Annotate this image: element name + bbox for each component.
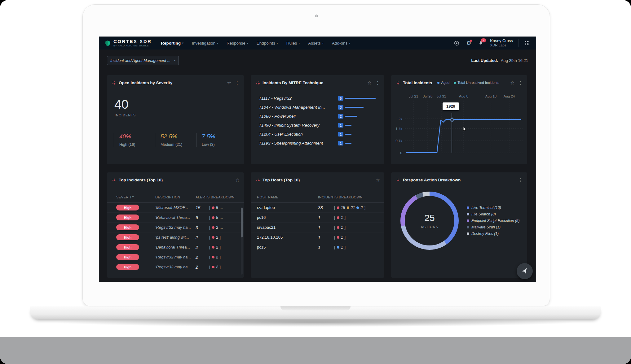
severity-badge: High xyxy=(116,224,139,230)
table-row[interactable]: High 'ps test' along wit... 2 [ 2 ] xyxy=(107,232,244,242)
dot-count: 2 xyxy=(216,245,218,249)
technique-label: T1086 - PowerShell xyxy=(259,114,338,119)
cortex-logo[interactable]: CORTEX XDR BY PALO ALTO NETWORKS xyxy=(104,39,152,47)
card-header: Top Incidents (Top 10) ☆ xyxy=(107,172,244,187)
card-incidents-by-mitre-technique: Incidents By MITRE Technique ☆ ⋮ T1117 -… xyxy=(251,75,384,164)
more-options-icon[interactable]: ⋮ xyxy=(235,80,240,85)
assistant-icon[interactable] xyxy=(453,40,460,46)
more-options-icon[interactable]: ⋮ xyxy=(518,80,523,85)
favorite-star-icon[interactable]: ☆ xyxy=(510,80,514,85)
notifications-bell-icon[interactable]: 4 xyxy=(477,40,484,46)
total-incidents-line-chart: Jul 21 Jul 26 Jul 31 Aug 8 Aug 18 Aug 24 xyxy=(391,90,527,163)
dot-count: 21 xyxy=(351,206,355,210)
actions-total: 25 xyxy=(424,213,435,223)
table-row[interactable]: pc16 1 [ 1 ] xyxy=(251,213,384,223)
favorite-star-icon[interactable]: ☆ xyxy=(368,80,372,85)
nav-item-addons[interactable]: Add-ons ▾ xyxy=(332,41,350,46)
top-nav: CORTEX XDR BY PALO ALTO NETWORKS Reporti… xyxy=(99,37,536,50)
mitre-technique-row[interactable]: T1086 - PowerShell 2 xyxy=(259,112,379,121)
host-name: pc15 xyxy=(257,245,318,249)
favorite-star-icon[interactable]: ☆ xyxy=(376,178,380,182)
technique-bar xyxy=(345,143,351,144)
incidents-breakdown: [ 1 ] xyxy=(334,225,380,230)
technique-label: T1047 - Windows Management In... xyxy=(259,105,338,110)
brand-subtitle: BY PALO ALTO NETWORKS xyxy=(113,44,152,47)
table-row[interactable]: High 'Behavioral Threa... 6 [ 5 ... xyxy=(107,213,244,223)
actions-total-label: ACTIONS xyxy=(421,225,438,229)
nav-item-response[interactable]: Response ▾ xyxy=(227,41,248,46)
line-chart-area[interactable]: Jul 21 Jul 26 Jul 31 Aug 8 Aug 18 Aug 24 xyxy=(391,90,527,163)
table-row[interactable]: srvapac21 1 [ 1 ] xyxy=(251,223,384,232)
bracket-open: [ xyxy=(209,225,210,230)
settings-gear-icon[interactable]: ⚙ xyxy=(465,40,472,46)
nav-item-reporting[interactable]: Reporting ▾ xyxy=(161,41,183,46)
app-launcher-grid-icon[interactable] xyxy=(524,40,531,46)
severity-stat-medium[interactable]: 52.5% Medium (21) xyxy=(155,133,196,147)
technique-label: T1204 - User Execution xyxy=(259,132,338,136)
table-row[interactable]: High 'Regsvr32 may ha... 2 [ 2 ] xyxy=(107,262,244,272)
nav-right-cluster: ⚙ 4 Kasey Cross XDR Labs xyxy=(453,39,531,47)
host-name: srvapac21 xyxy=(257,225,318,230)
user-org: XDR Labs xyxy=(490,43,513,47)
more-options-icon[interactable]: ⋮ xyxy=(375,80,380,85)
nav-item-endpoints[interactable]: Endpoints ▾ xyxy=(257,41,278,46)
bracket-suffix: ] xyxy=(220,235,221,240)
severity-dot xyxy=(212,216,214,219)
severity-dot xyxy=(347,206,349,209)
legend-item-unresolved[interactable]: Total Unresolved Incidents xyxy=(454,81,499,84)
mitre-technique-row[interactable]: T1204 - User Execution 1 xyxy=(259,130,379,139)
nav-item-rules[interactable]: Rules ▾ xyxy=(286,41,300,46)
legend-item[interactable]: Malware Scan (1) xyxy=(467,225,519,229)
scrollbar-thumb[interactable] xyxy=(241,208,243,237)
laptop-screen-bezel: CORTEX XDR BY PALO ALTO NETWORKS Reporti… xyxy=(82,4,550,306)
bracket-suffix: ... xyxy=(220,225,223,230)
card-title: Open Incidents by Severity xyxy=(119,80,172,85)
nav-item-assets[interactable]: Assets ▾ xyxy=(308,41,324,46)
desk-surface xyxy=(0,337,631,364)
scrollbar-track[interactable] xyxy=(241,207,243,275)
table-row[interactable]: High 'Microsoft MSOF... 15 [ 5 ... xyxy=(107,203,244,213)
bracket-suffix: ... xyxy=(220,205,223,210)
table-row[interactable]: High 'Regsvr32 may ha... 2 [ 2 ] xyxy=(107,252,244,262)
response-donut-chart[interactable]: 25 ACTIONS xyxy=(400,192,459,250)
severity-stat-low[interactable]: 7.5% Low (3) xyxy=(196,133,237,147)
bracket-suffix: ] xyxy=(345,215,346,220)
dot-count: 1 xyxy=(341,235,343,240)
nav-item-investigation[interactable]: Investigation ▾ xyxy=(192,41,218,46)
mitre-technique-row[interactable]: T1117 - Regsvr32 5 xyxy=(259,94,379,103)
favorite-star-icon[interactable]: ☆ xyxy=(236,178,240,182)
table-row[interactable]: rza-laptop 38 [ 15 21 2 ] xyxy=(251,203,384,213)
bracket-open: [ xyxy=(334,215,335,220)
more-options-icon[interactable]: ⋮ xyxy=(518,178,523,182)
user-menu[interactable]: Kasey Cross XDR Labs xyxy=(490,39,513,47)
favorite-star-icon[interactable]: ☆ xyxy=(227,80,231,85)
legend-item[interactable]: Live Terminal (10) xyxy=(467,206,519,210)
alerts-breakdown: [ 5 ... xyxy=(209,205,240,210)
severity-breakdown: 40% High (16) 52.5% Medium (21) 7.5% Low… xyxy=(114,133,244,147)
table-row[interactable]: High 'Behavioral Threa... 2 [ 2 ] xyxy=(107,242,244,252)
incident-count: 1 xyxy=(318,225,334,230)
nav-item-label: Reporting xyxy=(161,41,181,46)
last-updated-label: Last Updated: xyxy=(471,58,498,63)
mitre-technique-row[interactable]: T1490 - Inhibit System Recovery 1 xyxy=(259,121,379,130)
technique-label: T1193 - Spearphishing Attachment xyxy=(259,141,338,145)
legend-item-aged[interactable]: Aged xyxy=(437,81,449,84)
severity-dot xyxy=(212,236,214,239)
legend-item[interactable]: File Search (8) xyxy=(467,212,519,216)
severity-badge: High xyxy=(116,234,139,240)
page-background: CORTEX XDR BY PALO ALTO NETWORKS Reporti… xyxy=(0,0,631,364)
mitre-technique-row[interactable]: T1047 - Windows Management In... 3 xyxy=(259,103,379,112)
quick-launch-fab[interactable] xyxy=(517,263,533,279)
legend-item[interactable]: Endpoint Script Execution (5) xyxy=(467,219,519,223)
table-row[interactable]: pc15 1 [ 1 ] xyxy=(251,242,384,252)
dashboard-selector[interactable]: Incident and Agent Management ... ▾ xyxy=(107,56,179,65)
table-row[interactable]: High 'Regsvr32 may ha... 3 [ 2 ... xyxy=(107,223,244,232)
mitre-technique-row[interactable]: T1193 - Spearphishing Attachment 1 xyxy=(259,139,379,148)
last-updated: Last Updated: Aug 29th 16:21 xyxy=(471,58,528,63)
severity-stat-high[interactable]: 40% High (16) xyxy=(114,133,155,147)
table-row[interactable]: 172.16.10.105 1 [ 1 ] xyxy=(251,232,384,242)
incident-description: 'ps test' along wit... xyxy=(155,235,196,240)
legend-dot xyxy=(467,226,469,228)
legend-item[interactable]: Destroy Files (1) xyxy=(467,232,519,236)
bracket-open: [ xyxy=(209,245,210,249)
